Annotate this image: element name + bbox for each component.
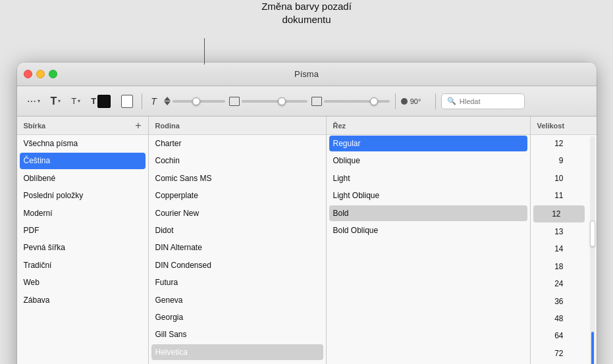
size-column: Velikost 12 9 10 11 12 13 14 18 24 36 48… [531, 117, 597, 364]
collection-header-label: Sbírka [24, 122, 46, 130]
color-swatch [97, 95, 111, 108]
list-item[interactable]: DIN Alternate [149, 239, 326, 256]
family-column: Rodina Charter Cochin Comic Sans MS Copp… [149, 117, 327, 364]
size-item[interactable]: 9 [531, 152, 587, 169]
t-large-icon: T [51, 95, 57, 107]
doc-icon [121, 95, 133, 108]
slider3-thumb[interactable] [370, 97, 378, 105]
size-item[interactable]: 36 [531, 293, 587, 310]
font-color-button[interactable]: T [88, 93, 114, 109]
more-button[interactable]: ⋯ ▾ [24, 95, 43, 107]
list-item[interactable]: Zábava [17, 292, 148, 309]
family-header-label: Rodina [155, 122, 180, 130]
size-item[interactable]: 64 [531, 327, 587, 344]
rect-icon [229, 97, 240, 106]
list-item[interactable]: Web [17, 274, 148, 291]
list-item[interactable]: Charter [149, 135, 326, 152]
close-button[interactable] [24, 70, 32, 78]
style-header-label: Řez [333, 122, 346, 130]
size-item[interactable]: 12 [533, 205, 585, 222]
font-style-button[interactable]: T ▾ [47, 94, 65, 109]
slider2-thumb[interactable] [278, 97, 286, 105]
list-item[interactable]: Georgia [149, 309, 326, 326]
maximize-button[interactable] [49, 70, 57, 78]
window-title: Písma [294, 69, 319, 79]
format-t-icon: T [151, 96, 157, 107]
family-header: Rodina [149, 117, 326, 135]
list-item[interactable]: Copperplate [149, 187, 326, 204]
size-item[interactable]: 14 [531, 240, 587, 257]
window-wrapper: Změna barvy pozadí dokumentu Písma ⋯ ▾ T [0, 0, 613, 364]
list-item[interactable]: Moderní [17, 205, 148, 222]
list-item[interactable]: Helvetica Neue [149, 361, 326, 364]
size-item[interactable]: 72 [531, 345, 587, 362]
slider1-track[interactable] [173, 100, 225, 103]
list-item[interactable]: Poslední položky [17, 187, 148, 204]
size-list: 12 9 10 11 12 13 14 18 24 36 48 64 72 [531, 135, 597, 364]
search-box: 🔍 [441, 93, 525, 109]
list-item[interactable]: Čeština [20, 153, 146, 169]
rect-icon-2 [311, 97, 322, 106]
list-item[interactable]: Helvetica [151, 344, 323, 360]
chevron-down-icon: ▾ [38, 98, 40, 104]
doc-background-button[interactable] [118, 93, 136, 109]
style-item[interactable]: Oblique [327, 152, 530, 169]
dots-icon: ⋯ [27, 97, 36, 106]
format-text-button[interactable]: T [147, 95, 160, 108]
list-item[interactable]: Futura [149, 274, 326, 291]
size-item[interactable]: 10 [531, 170, 587, 187]
size-item[interactable]: 24 [531, 275, 587, 292]
list-item[interactable]: Všechna písma [17, 135, 148, 152]
slider1-thumb[interactable] [192, 97, 200, 105]
arrow-down-icon[interactable] [164, 101, 171, 105]
list-item[interactable]: PDF [17, 222, 148, 239]
t-color-icon: T [91, 96, 96, 106]
toolbar-separator-2 [395, 93, 396, 109]
search-icon: 🔍 [447, 97, 456, 105]
add-collection-button[interactable]: + [135, 120, 141, 131]
style-column: Řez Regular Oblique Light Light Oblique … [327, 117, 531, 364]
list-item[interactable]: Didot [149, 222, 326, 239]
style-item[interactable]: Light Oblique [327, 187, 530, 204]
style-item[interactable]: Regular [329, 136, 527, 151]
tooltip-callout: Změna barvy pozadí dokumentu [261, 0, 352, 26]
style-item[interactable]: Bold Oblique [327, 222, 530, 239]
size-item[interactable]: 11 [531, 187, 587, 204]
list-item[interactable]: DIN Condensed [149, 257, 326, 274]
size-item[interactable]: 12 [531, 135, 587, 152]
arrow-buttons [164, 97, 171, 105]
slider3-group [311, 97, 390, 106]
scrollbar-thumb[interactable] [590, 221, 595, 247]
minimize-button[interactable] [36, 70, 45, 78]
size-item[interactable]: 18 [531, 258, 587, 275]
list-item[interactable]: Gill Sans [149, 326, 326, 343]
list-item[interactable]: Pevná šířka [17, 239, 148, 256]
list-item[interactable]: Oblíbené [17, 170, 148, 187]
style-item[interactable]: Bold [329, 205, 527, 221]
angle-value: 90° [410, 97, 430, 105]
size-header-label: Velikost [537, 122, 565, 130]
search-input[interactable] [460, 97, 519, 105]
tooltip-line [204, 38, 205, 65]
toolbar: ⋯ ▾ T ▾ T ▾ T T [17, 86, 597, 117]
list-item[interactable]: Cochin [149, 152, 326, 169]
arrow-up-icon[interactable] [164, 97, 171, 101]
style-item[interactable]: Light [327, 170, 530, 187]
collection-column: Sbírka + Všechna písma Čeština Oblíbené … [17, 117, 149, 364]
chevron-down-icon-3: ▾ [78, 98, 80, 104]
collection-header: Sbírka + [17, 117, 148, 135]
list-item[interactable]: Tradiční [17, 257, 148, 274]
list-item[interactable]: Courier New [149, 205, 326, 222]
collection-list: Všechna písma Čeština Oblíbené Poslední … [17, 135, 148, 364]
titlebar: Písma [17, 63, 597, 86]
tooltip-line1: Změna barvy pozadí [261, 1, 352, 12]
slider3-track[interactable] [324, 100, 390, 103]
toolbar-separator-3 [435, 93, 436, 109]
main-window: Písma ⋯ ▾ T ▾ T ▾ T [17, 63, 597, 364]
list-item[interactable]: Geneva [149, 292, 326, 309]
slider2-track[interactable] [242, 100, 307, 103]
list-item[interactable]: Comic Sans MS [149, 170, 326, 187]
size-item[interactable]: 48 [531, 310, 587, 327]
font-style2-button[interactable]: T ▾ [68, 95, 84, 107]
size-item[interactable]: 13 [531, 223, 587, 240]
